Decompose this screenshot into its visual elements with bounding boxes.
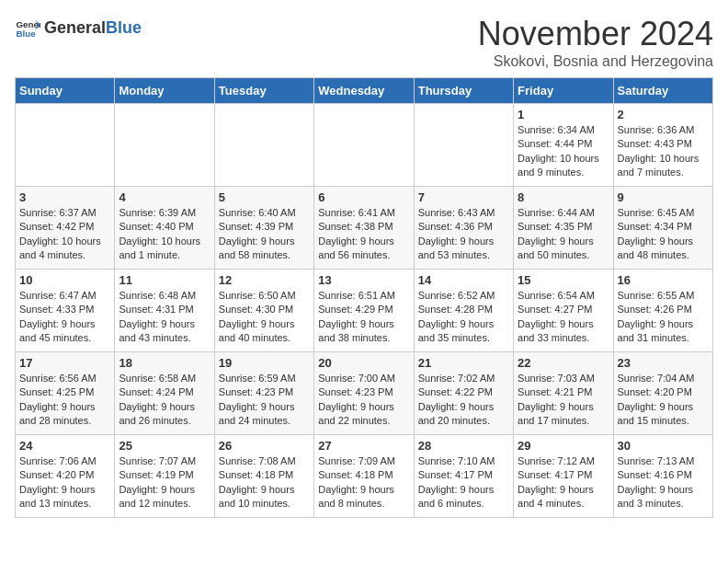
calendar-cell: 17Sunrise: 6:56 AM Sunset: 4:25 PM Dayli… (16, 352, 115, 435)
dow-header: Saturday (613, 78, 712, 104)
day-number: 30 (618, 439, 709, 453)
day-info: Sunrise: 6:51 AM Sunset: 4:29 PM Dayligh… (318, 289, 409, 346)
day-info: Sunrise: 6:52 AM Sunset: 4:28 PM Dayligh… (418, 289, 509, 346)
day-number: 13 (318, 273, 409, 287)
dow-header: Monday (115, 78, 214, 104)
calendar-cell: 29Sunrise: 7:12 AM Sunset: 4:17 PM Dayli… (514, 435, 613, 518)
calendar-cell: 22Sunrise: 7:03 AM Sunset: 4:21 PM Dayli… (514, 352, 613, 435)
day-number: 4 (119, 190, 210, 204)
calendar-cell: 14Sunrise: 6:52 AM Sunset: 4:28 PM Dayli… (414, 270, 513, 352)
day-number: 5 (219, 190, 310, 204)
day-number: 3 (19, 190, 110, 204)
day-number: 1 (518, 108, 609, 121)
day-info: Sunrise: 7:00 AM Sunset: 4:23 PM Dayligh… (318, 372, 409, 429)
dow-header: Thursday (414, 78, 513, 104)
day-info: Sunrise: 6:37 AM Sunset: 4:42 PM Dayligh… (19, 206, 110, 263)
day-info: Sunrise: 6:41 AM Sunset: 4:38 PM Dayligh… (318, 206, 409, 263)
calendar-table: SundayMondayTuesdayWednesdayThursdayFrid… (15, 77, 713, 518)
calendar-cell: 5Sunrise: 6:40 AM Sunset: 4:39 PM Daylig… (214, 187, 313, 270)
calendar-cell: 8Sunrise: 6:44 AM Sunset: 4:35 PM Daylig… (514, 187, 613, 270)
header: General Blue General Blue November 2024 … (15, 15, 713, 70)
day-info: Sunrise: 6:36 AM Sunset: 4:43 PM Dayligh… (618, 123, 709, 180)
dow-header: Wednesday (314, 78, 414, 104)
day-info: Sunrise: 6:50 AM Sunset: 4:30 PM Dayligh… (219, 289, 310, 346)
day-info: Sunrise: 7:09 AM Sunset: 4:18 PM Dayligh… (318, 454, 409, 511)
calendar-cell: 23Sunrise: 7:04 AM Sunset: 4:20 PM Dayli… (613, 352, 712, 435)
calendar-cell: 16Sunrise: 6:55 AM Sunset: 4:26 PM Dayli… (613, 270, 712, 352)
location-title: Skokovi, Bosnia and Herzegovina (478, 53, 713, 70)
svg-text:Blue: Blue (16, 29, 36, 39)
calendar-cell: 28Sunrise: 7:10 AM Sunset: 4:17 PM Dayli… (414, 435, 513, 518)
calendar-cell: 19Sunrise: 6:59 AM Sunset: 4:23 PM Dayli… (214, 352, 313, 435)
calendar-cell (16, 104, 115, 187)
day-number: 21 (418, 356, 509, 370)
calendar-cell (115, 104, 214, 187)
day-info: Sunrise: 7:02 AM Sunset: 4:22 PM Dayligh… (418, 372, 509, 429)
day-info: Sunrise: 6:43 AM Sunset: 4:36 PM Dayligh… (418, 206, 509, 263)
day-number: 20 (318, 356, 409, 370)
calendar-cell: 12Sunrise: 6:50 AM Sunset: 4:30 PM Dayli… (214, 270, 313, 352)
day-info: Sunrise: 6:47 AM Sunset: 4:33 PM Dayligh… (19, 289, 110, 346)
calendar-week-row: 1Sunrise: 6:34 AM Sunset: 4:44 PM Daylig… (16, 104, 713, 187)
day-number: 29 (518, 439, 609, 453)
day-number: 10 (19, 273, 110, 287)
calendar-cell: 3Sunrise: 6:37 AM Sunset: 4:42 PM Daylig… (16, 187, 115, 270)
day-number: 8 (518, 190, 609, 204)
day-number: 17 (19, 356, 110, 370)
day-info: Sunrise: 7:06 AM Sunset: 4:20 PM Dayligh… (19, 454, 110, 511)
days-of-week-row: SundayMondayTuesdayWednesdayThursdayFrid… (16, 78, 713, 104)
calendar-cell: 18Sunrise: 6:58 AM Sunset: 4:24 PM Dayli… (115, 352, 214, 435)
day-info: Sunrise: 7:03 AM Sunset: 4:21 PM Dayligh… (518, 372, 609, 429)
day-info: Sunrise: 6:40 AM Sunset: 4:39 PM Dayligh… (219, 206, 310, 263)
calendar-week-row: 3Sunrise: 6:37 AM Sunset: 4:42 PM Daylig… (16, 187, 713, 270)
logo-general: General (44, 18, 106, 38)
day-number: 19 (219, 356, 310, 370)
logo: General Blue General Blue (15, 15, 142, 40)
day-info: Sunrise: 7:04 AM Sunset: 4:20 PM Dayligh… (618, 372, 709, 429)
day-info: Sunrise: 7:13 AM Sunset: 4:16 PM Dayligh… (618, 454, 709, 511)
day-number: 22 (518, 356, 609, 370)
day-number: 18 (119, 356, 210, 370)
calendar-cell (314, 104, 414, 187)
calendar-cell (414, 104, 513, 187)
day-info: Sunrise: 7:10 AM Sunset: 4:17 PM Dayligh… (418, 454, 509, 511)
calendar-cell: 21Sunrise: 7:02 AM Sunset: 4:22 PM Dayli… (414, 352, 513, 435)
calendar-cell: 20Sunrise: 7:00 AM Sunset: 4:23 PM Dayli… (314, 352, 414, 435)
day-info: Sunrise: 6:34 AM Sunset: 4:44 PM Dayligh… (518, 123, 609, 180)
day-info: Sunrise: 6:45 AM Sunset: 4:34 PM Dayligh… (618, 206, 709, 263)
day-info: Sunrise: 6:54 AM Sunset: 4:27 PM Dayligh… (518, 289, 609, 346)
day-info: Sunrise: 7:07 AM Sunset: 4:19 PM Dayligh… (119, 454, 210, 511)
calendar-cell: 25Sunrise: 7:07 AM Sunset: 4:19 PM Dayli… (115, 435, 214, 518)
day-info: Sunrise: 6:39 AM Sunset: 4:40 PM Dayligh… (119, 206, 210, 263)
calendar-cell: 30Sunrise: 7:13 AM Sunset: 4:16 PM Dayli… (613, 435, 712, 518)
day-info: Sunrise: 6:59 AM Sunset: 4:23 PM Dayligh… (219, 372, 310, 429)
day-number: 12 (219, 273, 310, 287)
day-info: Sunrise: 6:44 AM Sunset: 4:35 PM Dayligh… (518, 206, 609, 263)
calendar-cell: 24Sunrise: 7:06 AM Sunset: 4:20 PM Dayli… (16, 435, 115, 518)
day-number: 16 (618, 273, 709, 287)
calendar-cell: 7Sunrise: 6:43 AM Sunset: 4:36 PM Daylig… (414, 187, 513, 270)
day-info: Sunrise: 6:56 AM Sunset: 4:25 PM Dayligh… (19, 372, 110, 429)
day-number: 25 (119, 439, 210, 453)
logo-icon: General Blue (15, 15, 40, 40)
day-number: 26 (219, 439, 310, 453)
day-info: Sunrise: 7:12 AM Sunset: 4:17 PM Dayligh… (518, 454, 609, 511)
day-info: Sunrise: 6:58 AM Sunset: 4:24 PM Dayligh… (119, 372, 210, 429)
calendar-cell: 1Sunrise: 6:34 AM Sunset: 4:44 PM Daylig… (514, 104, 613, 187)
day-number: 15 (518, 273, 609, 287)
day-info: Sunrise: 6:48 AM Sunset: 4:31 PM Dayligh… (119, 289, 210, 346)
calendar-cell: 11Sunrise: 6:48 AM Sunset: 4:31 PM Dayli… (115, 270, 214, 352)
day-info: Sunrise: 6:55 AM Sunset: 4:26 PM Dayligh… (618, 289, 709, 346)
day-number: 23 (618, 356, 709, 370)
day-number: 7 (418, 190, 509, 204)
calendar-cell: 10Sunrise: 6:47 AM Sunset: 4:33 PM Dayli… (16, 270, 115, 352)
calendar-cell: 2Sunrise: 6:36 AM Sunset: 4:43 PM Daylig… (613, 104, 712, 187)
day-number: 14 (418, 273, 509, 287)
dow-header: Friday (514, 78, 613, 104)
dow-header: Sunday (16, 78, 115, 104)
day-number: 24 (19, 439, 110, 453)
calendar-cell: 26Sunrise: 7:08 AM Sunset: 4:18 PM Dayli… (214, 435, 313, 518)
calendar-cell: 13Sunrise: 6:51 AM Sunset: 4:29 PM Dayli… (314, 270, 414, 352)
day-info: Sunrise: 7:08 AM Sunset: 4:18 PM Dayligh… (219, 454, 310, 511)
calendar-cell: 9Sunrise: 6:45 AM Sunset: 4:34 PM Daylig… (613, 187, 712, 270)
